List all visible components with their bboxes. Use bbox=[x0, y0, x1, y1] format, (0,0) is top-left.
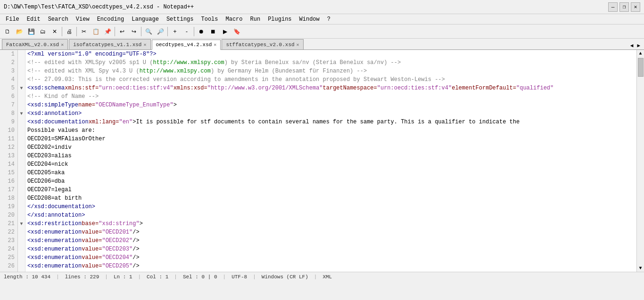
tab-stf[interactable]: stffatcatypes_v2.0.xsd ✕ bbox=[222, 39, 303, 49]
code-line-27: <xsd:enumeration value="OECD206"/> bbox=[27, 270, 636, 272]
macro-record-button[interactable]: ⏺ bbox=[196, 26, 207, 37]
new-button[interactable]: 🗋 bbox=[2, 26, 13, 37]
fold-3 bbox=[18, 67, 25, 75]
line-num-5: 5 bbox=[0, 84, 17, 92]
copy-button[interactable]: 📋 bbox=[90, 26, 101, 37]
line-num-14: 14 bbox=[0, 160, 17, 169]
status-sel: Sel : 0 | 0 bbox=[183, 274, 217, 280]
menu-view[interactable]: View bbox=[72, 15, 93, 24]
tab-fatca-close[interactable]: ✕ bbox=[61, 42, 64, 48]
fold-25 bbox=[18, 253, 25, 262]
menu-help[interactable]: ? bbox=[323, 15, 334, 24]
code-line-18: OECD208=at birth bbox=[27, 194, 636, 203]
line-num-1: 1 bbox=[0, 50, 17, 58]
line-num-27: 27 bbox=[0, 270, 17, 272]
tab-fatca[interactable]: FatcaXML_v2.0.xsd ✕ bbox=[2, 39, 68, 49]
status-encoding: UTF-8 bbox=[231, 274, 247, 280]
status-type: XML bbox=[322, 274, 332, 280]
title-bar: D:\DW\Temp\Test\FATCA_XSD\oecdtypes_v4.2… bbox=[0, 0, 644, 14]
close-button[interactable]: ✕ bbox=[631, 2, 640, 12]
code-line-13: OECD203=alias bbox=[27, 152, 636, 160]
zoom-out-button[interactable]: - bbox=[181, 26, 192, 37]
fold-5[interactable]: ▼ bbox=[18, 84, 25, 92]
undo-button[interactable]: ↩ bbox=[116, 26, 128, 37]
code-line-22: <xsd:enumeration value="OECD201"/> bbox=[27, 228, 636, 236]
menu-edit[interactable]: Edit bbox=[23, 15, 44, 24]
code-line-26: <xsd:enumeration value="OECD205"/> bbox=[27, 262, 636, 270]
menu-tools[interactable]: Tools bbox=[197, 15, 222, 24]
menu-language[interactable]: Language bbox=[128, 15, 163, 24]
tab-iso[interactable]: isofatcatypes_v1.1.xsd ✕ bbox=[69, 39, 150, 49]
save-all-button[interactable]: 🗂 bbox=[37, 26, 49, 37]
save-button[interactable]: 💾 bbox=[25, 26, 37, 37]
tab-iso-label: isofatcatypes_v1.1.xsd bbox=[73, 42, 141, 48]
tabs-scroll-right[interactable]: ▶ bbox=[635, 41, 642, 49]
status-eof: Windows (CR LF) bbox=[262, 274, 308, 280]
status-lines: lines : 229 bbox=[65, 274, 99, 280]
zoom-in-button[interactable]: + bbox=[169, 26, 181, 37]
fold-26 bbox=[18, 262, 25, 270]
line-num-17: 17 bbox=[0, 186, 17, 194]
maximize-button[interactable]: ❐ bbox=[619, 2, 629, 12]
macro-save-button[interactable]: 🔖 bbox=[231, 26, 242, 37]
menu-window[interactable]: Window bbox=[296, 15, 323, 24]
menu-macro[interactable]: Macro bbox=[222, 15, 247, 24]
line-num-2: 2 bbox=[0, 58, 17, 67]
fold-20 bbox=[18, 211, 25, 219]
menu-file[interactable]: File bbox=[2, 15, 23, 24]
menu-bar: File Edit Search View Encoding Language … bbox=[0, 14, 644, 24]
menu-encoding[interactable]: Encoding bbox=[93, 15, 128, 24]
find-replace-button[interactable]: 🔎 bbox=[155, 26, 166, 37]
menu-plugins[interactable]: Plugins bbox=[264, 15, 295, 24]
title-controls[interactable]: — ❐ ✕ bbox=[608, 2, 640, 12]
line-num-26: 26 bbox=[0, 262, 17, 270]
vscrollbar[interactable]: ▲ ▼ bbox=[636, 50, 644, 272]
tab-oecd-close[interactable]: ✕ bbox=[214, 42, 216, 48]
status-bar: length : 10 434 | lines : 229 | Ln : 1 |… bbox=[0, 272, 644, 281]
fold-12 bbox=[18, 143, 25, 152]
code-line-2: <!-- edited with XMLSpy v2005 sp1 U (htt… bbox=[27, 58, 636, 67]
code-line-6: <!-- Kind of Name --> bbox=[27, 92, 636, 101]
menu-run[interactable]: Run bbox=[247, 15, 264, 24]
line-num-18: 18 bbox=[0, 194, 17, 203]
macro-play-button[interactable]: ▶ bbox=[219, 26, 231, 37]
menu-search[interactable]: Search bbox=[44, 15, 72, 24]
tab-stf-close[interactable]: ✕ bbox=[297, 42, 299, 48]
menu-settings[interactable]: Settings bbox=[163, 15, 198, 24]
line-num-12: 12 bbox=[0, 143, 17, 152]
paste-button[interactable]: 📌 bbox=[102, 26, 113, 37]
line-num-25: 25 bbox=[0, 253, 17, 262]
code-line-4: <!-- 27.09.03: This is the corrected ver… bbox=[27, 75, 636, 84]
code-line-11: OECD201=SMFAliasOrOther bbox=[27, 135, 636, 143]
close-button-tb[interactable]: ✕ bbox=[49, 26, 60, 37]
tab-oecd[interactable]: oecdtypes_v4.2.xsd ✕ bbox=[152, 40, 221, 50]
redo-button[interactable]: ↪ bbox=[128, 26, 140, 37]
line-num-21: 21 bbox=[0, 219, 17, 228]
cut-button[interactable]: ✂ bbox=[78, 26, 90, 37]
open-button[interactable]: 📂 bbox=[14, 26, 25, 37]
fold-11 bbox=[18, 135, 25, 143]
fold-8[interactable]: ▼ bbox=[18, 109, 25, 118]
print-button[interactable]: 🖨 bbox=[64, 26, 75, 37]
tabs-scroll-left[interactable]: ◀ bbox=[628, 41, 636, 49]
find-button[interactable]: 🔍 bbox=[143, 26, 154, 37]
toolbar-sep6 bbox=[194, 27, 194, 36]
code-line-1: <?xml version="1.0" encoding="UTF-8"?> bbox=[27, 50, 636, 58]
status-ln: Ln : 1 bbox=[114, 274, 132, 280]
code-line-25: <xsd:enumeration value="OECD204"/> bbox=[27, 253, 636, 262]
macro-stop-button[interactable]: ⏹ bbox=[207, 26, 219, 37]
fold-21[interactable]: ▼ bbox=[18, 219, 25, 228]
code-line-8: <xsd:annotation> bbox=[27, 109, 636, 118]
code-line-21: <xsd:restriction base="xsd:string"> bbox=[27, 219, 636, 228]
code-line-5: <xsd:schema xmlns:stf="urn:oecd:ties:stf… bbox=[27, 84, 636, 92]
toolbar: 🗋 📂 💾 🗂 ✕ 🖨 ✂ 📋 📌 ↩ ↪ 🔍 🔎 + - ⏺ ⏹ ▶ 🔖 bbox=[0, 24, 644, 39]
code-area[interactable]: <?xml version="1.0" encoding="UTF-8"?> <… bbox=[25, 50, 636, 272]
scroll-up-btn[interactable]: ▲ bbox=[638, 50, 643, 57]
code-line-7: <xsd:simpleType name="OECDNameType_EnumT… bbox=[27, 101, 636, 109]
line-num-11: 11 bbox=[0, 135, 17, 143]
scroll-thumb[interactable] bbox=[638, 58, 644, 77]
scroll-down-btn[interactable]: ▼ bbox=[638, 265, 643, 272]
fold-4 bbox=[18, 75, 25, 84]
tab-iso-close[interactable]: ✕ bbox=[143, 42, 146, 48]
minimize-button[interactable]: — bbox=[608, 2, 618, 12]
